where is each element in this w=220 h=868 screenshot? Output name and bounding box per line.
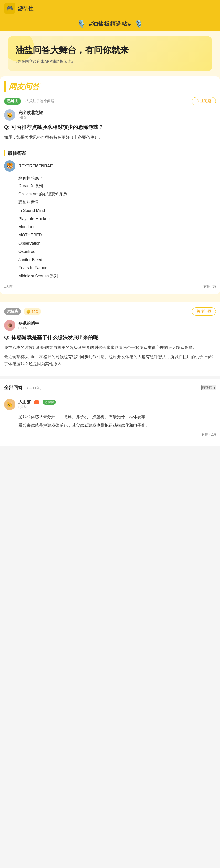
q1-user-info: 完全败北之鞭 2天前	[19, 110, 43, 120]
qa-card: 网友问答 已解决 3人关注了这个问题 关注问题 🐱 完全败北之鞭 2天前 Q: …	[0, 76, 220, 294]
best-answer-content: 给你掏箱底了： Dread X 系列Chilla's Art 的心理恐怖系列恐怖…	[19, 175, 216, 280]
answer-card-footer: 有用 (20)	[19, 432, 216, 437]
game-item: Dread X 系列	[19, 182, 216, 190]
game-item: Observation	[19, 239, 216, 247]
q1-status-left: 已解决 3人关注了这个问题	[4, 98, 54, 104]
best-answer-time: 1天前	[4, 284, 12, 289]
sort-chevron-icon: ▾	[214, 385, 215, 390]
mic-left-icon: 🎙️	[77, 20, 86, 28]
game-item: MOTHERED	[19, 231, 216, 239]
best-answer-useful-btn[interactable]: 有用 (3)	[203, 284, 216, 289]
q2-user-name: 冬眠的蜗牛	[19, 321, 39, 326]
q1-user-row: 🐱 完全败北之鞭 2天前	[4, 110, 216, 121]
app-name: 游研社	[18, 5, 33, 12]
game-item: Mundaun	[19, 223, 216, 231]
game-item: Oxenfree	[19, 247, 216, 256]
all-answers-header: 全部回答 （共11条） 按热度 ▾	[4, 384, 216, 391]
q2-question-body: 我在八岁的时候玩盗版的红白机里的超级马里奥的时候会常常跟着角色一起跳跃求得心理的…	[4, 344, 216, 367]
q1-user-time: 2天前	[19, 116, 43, 120]
q2-user-info: 冬眠的蜗牛 07-05	[19, 321, 39, 330]
mic-right-icon: 🎙️	[134, 20, 143, 28]
app-logo[interactable]: 🎮	[4, 3, 15, 14]
q1-solved-badge: 已解决	[4, 98, 21, 104]
game-item: Midnight Scenes 系列	[19, 272, 216, 280]
answer-user-info: 大山猫 3 游·博博 3天前	[19, 399, 56, 409]
banner-title: #油盐板精选帖#	[89, 20, 131, 28]
answer-item: 🐱 大山猫 3 游·博博 3天前 游戏和体感从未分开——飞镖、弹子机、投篮机、布…	[4, 395, 216, 441]
all-answers-title: 全部回答	[4, 385, 23, 390]
q1-question-body: 如题，如果美术风格也很有特色更好（非必要条件）。	[4, 134, 216, 141]
hero-section: 油盐问答大舞台，有问你就来 #更多内容欢迎来APP油盐板阅读#	[0, 31, 220, 76]
answer-user-time: 3天前	[19, 405, 56, 409]
banner-strip: 🎙️ #油盐板精选帖# 🎙️	[0, 17, 220, 31]
q2-question-title: Q: 体感游戏是基于什么想法发展出来的呢	[4, 334, 216, 341]
hero-headline: 油盐问答大舞台，有问你就来	[15, 44, 205, 56]
all-answers-section: 全部回答 （共11条） 按热度 ▾ 🐱 大山猫 3 游·博博 3天前 游戏和体感…	[0, 379, 220, 446]
q2-section: 未解决 🪙 10G 关注问题 🐌 冬眠的蜗牛 07-05 Q: 体感游戏是基于什…	[0, 302, 220, 379]
answer-avatar[interactable]: 🐱	[4, 399, 15, 410]
q2-user-row: 🐌 冬眠的蜗牛 07-05	[4, 320, 216, 331]
game-item: In Sound Mind	[19, 207, 216, 215]
game-item: Playable Mockup	[19, 215, 216, 223]
q2-status-left: 未解决 🪙 10G	[4, 308, 41, 315]
answer-intro: 给你掏箱底了：	[19, 175, 216, 182]
game-item: Fears to Fathom	[19, 264, 216, 272]
header: 🎮 游研社	[0, 0, 220, 17]
q2-follow-button[interactable]: 关注问题	[192, 307, 216, 316]
qa-heading: 网友问答	[4, 82, 216, 92]
answer-games-list: Dread X 系列Chilla's Art 的心理恐怖系列恐怖的世界In So…	[19, 182, 216, 280]
answer-user-name: 大山猫	[19, 399, 31, 405]
q2-user-date: 07-05	[19, 326, 39, 330]
answer-useful-btn[interactable]: 有用 (20)	[201, 432, 216, 437]
answer-content-text: 游戏和体感从未分开——飞镖、弹子机、投篮机、布景光枪、框体赛车......看起来…	[19, 413, 216, 429]
q2-card: 未解决 🪙 10G 关注问题 🐌 冬眠的蜗牛 07-05 Q: 体感游戏是基于什…	[0, 302, 220, 376]
sort-button[interactable]: 按热度 ▾	[201, 385, 216, 391]
answer-tag-role: 游·博博	[42, 400, 56, 405]
q2-reward-text: 10G	[32, 309, 38, 314]
answer-user-row: 🐱 大山猫 3 游·博博 3天前	[4, 399, 216, 410]
game-item: 恐怖的世界	[19, 198, 216, 207]
q2-status-bar: 未解决 🪙 10G 关注问题	[4, 307, 216, 316]
hero-sub: #更多内容欢迎来APP油盐板阅读#	[15, 59, 205, 64]
hero-card: 油盐问答大舞台，有问你就来 #更多内容欢迎来APP油盐板阅读#	[8, 36, 212, 71]
logo-icon: 🎮	[7, 5, 13, 11]
q1-user-name: 完全败北之鞭	[19, 110, 43, 116]
q1-follow-button[interactable]: 关注问题	[192, 97, 216, 105]
answer-user-name-row: 大山猫 3 游·博博	[19, 399, 56, 405]
game-item: Chilla's Art 的心理恐怖系列	[19, 190, 216, 198]
q1-user-avatar[interactable]: 🐱	[4, 110, 15, 121]
all-answers-count: （共11条）	[25, 386, 43, 390]
q2-user-avatar[interactable]: 🐌	[4, 320, 15, 331]
best-answer-avatar[interactable]: 🐯	[4, 160, 15, 172]
q2-reward-badge: 🪙 10G	[24, 308, 41, 315]
best-answer-user-info: REXTREMENDAE	[19, 164, 53, 168]
q1-question-title: Q: 可否推荐点跳脸杀相对较少的恐怖游戏？	[4, 124, 216, 131]
answer-tag-level: 3	[34, 400, 39, 404]
game-item: Janitor Bleeds	[19, 256, 216, 264]
sort-label: 按热度	[202, 385, 213, 390]
q1-status-bar: 已解决 3人关注了这个问题 关注问题	[4, 97, 216, 105]
q2-unsolved-badge: 未解决	[4, 308, 21, 315]
coins-icon: 🪙	[26, 309, 30, 314]
best-answerer-name: REXTREMENDAE	[19, 164, 53, 168]
qa-section: 网友问答 已解决 3人关注了这个问题 关注问题 🐱 完全败北之鞭 2天前 Q: …	[0, 76, 220, 302]
q1-followers: 3人关注了这个问题	[24, 99, 54, 103]
best-answer-user-row: 🐯 REXTREMENDAE	[4, 160, 216, 172]
best-answer-label: 最佳答案	[4, 150, 216, 156]
all-answers-title-group: 全部回答 （共11条）	[4, 384, 43, 391]
best-answer-footer: 1天前 有用 (3)	[4, 284, 216, 289]
